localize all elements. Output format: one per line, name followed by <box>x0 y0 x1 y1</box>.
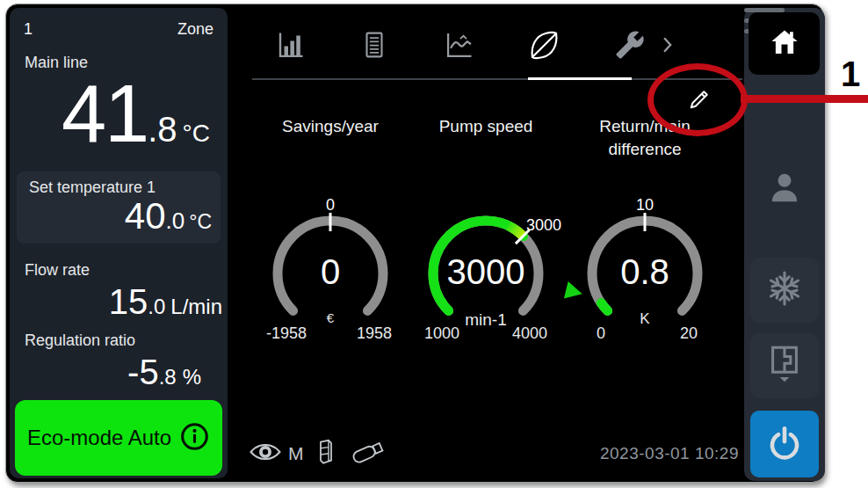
home-icon <box>768 25 801 62</box>
flow-rate-value-int: 15 <box>109 284 148 319</box>
gauge-return-value: 0.8 <box>579 254 711 289</box>
monitor-mode-letter: M <box>288 443 304 464</box>
main-line-unit: °C <box>183 121 210 146</box>
set-temperature-value-dec: .0 <box>166 209 185 232</box>
monitoring-eye-icon <box>249 441 282 467</box>
regulation-ratio-value-dec: .8 <box>159 367 177 388</box>
gauge-title-pump-speed: Pump speed <box>404 115 568 138</box>
datetime-display: 2023-03-01 10:29 <box>533 444 739 463</box>
gauge-pump-min: 1000 <box>411 324 473 343</box>
gauge-savings-min: -1958 <box>256 324 317 343</box>
regulation-ratio-label: Regulation ratio <box>25 331 135 350</box>
annotation-callout-label: 1 <box>833 56 868 91</box>
main-line-value-int: 41 <box>61 73 148 154</box>
set-temperature-unit: °C <box>189 212 212 232</box>
user-button[interactable] <box>765 170 804 210</box>
gauge-title-savings: Savings/year <box>249 115 412 138</box>
regulation-ratio-value: -5 .8 % <box>127 354 201 390</box>
gauge-savings-max: 1958 <box>344 324 405 343</box>
home-button[interactable] <box>749 12 820 75</box>
set-temperature-label: Set temperature 1 <box>29 178 156 197</box>
set-temperature-value: 40 .0 °C <box>125 198 212 235</box>
zone-select-button[interactable] <box>750 333 819 398</box>
zone-label: Zone <box>177 20 213 39</box>
snowflake-icon <box>765 269 804 311</box>
flow-rate-unit: L/min <box>170 296 222 317</box>
active-tab-underline <box>528 77 632 80</box>
zone-header: 1 Zone <box>24 20 213 39</box>
annotation-callout-line <box>741 95 868 103</box>
tab-trend[interactable] <box>442 29 477 64</box>
zone-panel: 1 Zone Main line 41 .8 °C Set temperatur… <box>10 8 228 478</box>
tab-report[interactable] <box>357 29 392 64</box>
bar-chart-icon <box>275 29 307 64</box>
report-icon <box>359 30 389 63</box>
annotation-circle <box>647 63 748 136</box>
trend-chart-icon <box>444 29 475 64</box>
tab-statistics[interactable] <box>273 29 308 64</box>
main-line-value: 41 .8 °C <box>61 73 210 154</box>
flow-rate-value-dec: .0 <box>148 296 165 317</box>
set-temperature-value-int: 40 <box>125 198 166 235</box>
gauge-return-min: 0 <box>570 324 632 343</box>
regulation-ratio-value-int: -5 <box>127 354 159 390</box>
leaf-icon <box>528 29 561 65</box>
power-button[interactable] <box>750 411 819 477</box>
eco-mode-label: Eco-mode Auto <box>27 426 171 450</box>
flow-rate-label: Flow rate <box>25 261 90 280</box>
set-temperature-card[interactable]: Set temperature 1 40 .0 °C <box>17 171 221 244</box>
tab-eco[interactable] <box>526 29 561 64</box>
main-line-value-dec: .8 <box>148 112 177 147</box>
status-icons: M <box>249 437 390 470</box>
flow-rate-value: 15 .0 L/min <box>109 284 222 319</box>
tab-settings[interactable] <box>612 29 647 64</box>
gauge-savings-unit: € <box>264 310 396 325</box>
zones-icon <box>764 342 805 390</box>
gauge-pump-value: 3000 <box>420 254 552 289</box>
power-icon <box>766 424 803 464</box>
regulation-ratio-unit: % <box>183 367 201 388</box>
eco-mode-button[interactable]: Eco-mode Auto <box>15 400 222 476</box>
tabs-more-button[interactable] <box>656 29 679 64</box>
frost-protection-button[interactable] <box>750 258 819 323</box>
navigation-sidebar <box>744 8 825 481</box>
wrench-icon <box>615 30 645 63</box>
usb-drive-icon <box>348 437 390 470</box>
gauge-return-max: 20 <box>658 324 720 343</box>
user-icon <box>764 168 805 212</box>
memory-module-icon <box>315 437 336 470</box>
screenshot-stage: 1 Zone Main line 41 .8 °C Set temperatur… <box>0 0 868 488</box>
zone-number: 1 <box>24 20 33 39</box>
gauge-pump-max: 4000 <box>499 324 561 343</box>
info-icon[interactable] <box>179 421 210 455</box>
gauge-savings-value: 0 <box>264 254 396 289</box>
chevron-right-icon <box>662 37 673 56</box>
